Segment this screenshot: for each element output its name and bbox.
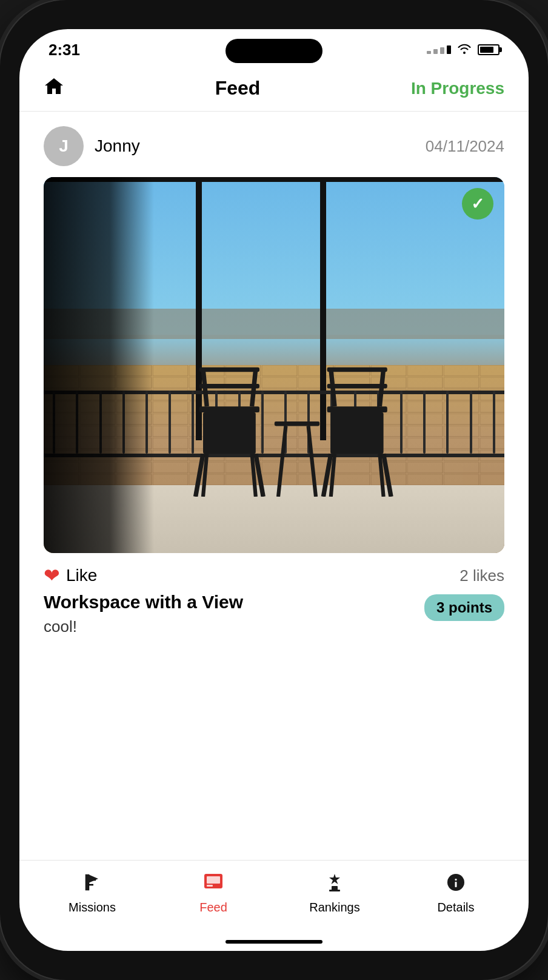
chairs-svg bbox=[159, 346, 435, 497]
dynamic-island bbox=[226, 39, 322, 63]
svg-rect-26 bbox=[85, 874, 89, 890]
tab-feed[interactable]: Feed bbox=[153, 873, 274, 915]
svg-rect-21 bbox=[327, 368, 387, 372]
battery-icon bbox=[478, 44, 500, 55]
svg-rect-12 bbox=[199, 384, 259, 388]
post-text: Workspace with a View cool! bbox=[44, 592, 412, 636]
tab-missions[interactable]: Missions bbox=[32, 873, 153, 915]
screen: 2:31 bbox=[19, 29, 529, 951]
user-info: J Jonny bbox=[44, 126, 140, 166]
tab-rankings[interactable]: Rankings bbox=[274, 873, 395, 915]
svg-rect-29 bbox=[207, 876, 220, 884]
home-icon[interactable] bbox=[44, 77, 64, 100]
status-icons bbox=[427, 43, 500, 57]
post-header: J Jonny 04/11/2024 bbox=[19, 112, 529, 177]
plant-shadow bbox=[44, 177, 154, 553]
feed-content: J Jonny 04/11/2024 bbox=[19, 112, 529, 860]
post-caption: cool! bbox=[44, 617, 412, 636]
avatar: J bbox=[44, 126, 84, 166]
svg-rect-4 bbox=[203, 412, 256, 454]
wifi-icon bbox=[457, 43, 472, 57]
home-indicator-bar bbox=[226, 940, 322, 944]
feed-icon bbox=[203, 873, 224, 897]
username: Jonny bbox=[95, 136, 140, 156]
top-nav: Feed In Progress bbox=[19, 65, 529, 112]
tab-bar: Missions Feed bbox=[19, 860, 529, 933]
check-badge: ✓ bbox=[462, 188, 493, 220]
likes-count: 2 likes bbox=[459, 566, 504, 585]
signal-icon bbox=[427, 45, 451, 54]
svg-rect-11 bbox=[199, 368, 259, 372]
points-badge: 3 points bbox=[424, 594, 504, 621]
post-image: ✓ bbox=[44, 177, 504, 553]
post-photo: ✓ bbox=[44, 177, 504, 553]
tab-feed-label: Feed bbox=[199, 901, 227, 915]
details-icon bbox=[446, 873, 466, 897]
tab-details[interactable]: Details bbox=[395, 873, 516, 915]
home-indicator bbox=[19, 933, 529, 951]
svg-rect-13 bbox=[327, 406, 387, 412]
post-title: Workspace with a View bbox=[44, 592, 412, 612]
status-time: 2:31 bbox=[48, 41, 80, 59]
phone-shell: 2:31 bbox=[0, 0, 548, 980]
like-button[interactable]: ❤ Like bbox=[44, 564, 97, 587]
post-actions: ❤ Like 2 likes bbox=[19, 553, 529, 587]
missions-icon bbox=[82, 873, 102, 897]
nav-title: Feed bbox=[215, 77, 261, 99]
post-body: Workspace with a View cool! 3 points bbox=[19, 587, 529, 646]
svg-rect-14 bbox=[331, 412, 384, 454]
like-label: Like bbox=[66, 566, 97, 585]
svg-rect-23 bbox=[275, 421, 319, 426]
svg-rect-35 bbox=[455, 882, 457, 887]
tab-details-label: Details bbox=[437, 901, 474, 915]
in-progress-status[interactable]: In Progress bbox=[411, 79, 504, 98]
svg-line-25 bbox=[309, 426, 316, 497]
svg-rect-34 bbox=[455, 879, 457, 881]
post-date: 04/11/2024 bbox=[426, 137, 504, 156]
svg-line-24 bbox=[278, 426, 286, 497]
svg-rect-22 bbox=[327, 384, 387, 388]
svg-rect-30 bbox=[207, 885, 213, 887]
svg-marker-27 bbox=[89, 874, 98, 883]
tab-missions-label: Missions bbox=[68, 901, 116, 915]
svg-rect-3 bbox=[199, 406, 259, 412]
rankings-icon bbox=[324, 873, 345, 897]
heart-icon: ❤ bbox=[44, 564, 60, 587]
tab-rankings-label: Rankings bbox=[309, 901, 359, 915]
svg-rect-32 bbox=[329, 890, 340, 891]
